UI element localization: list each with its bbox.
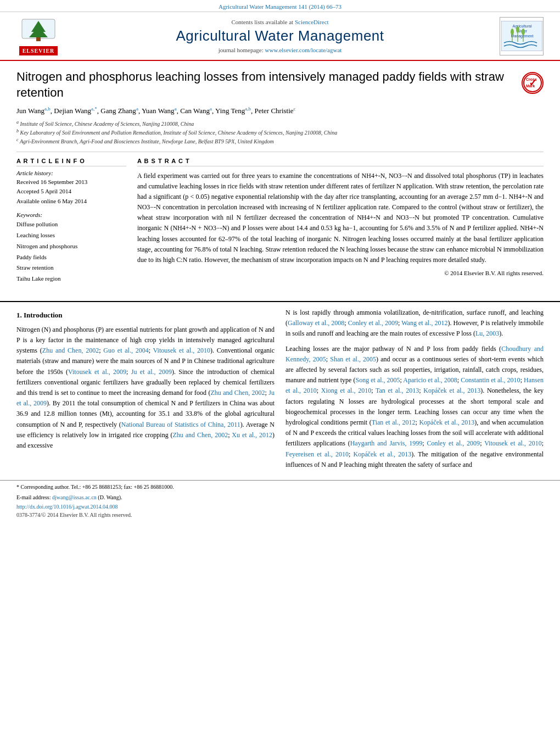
footer-issn: 0378-3774/© 2014 Elsevier B.V. All right… — [0, 511, 560, 519]
footnote-area: * Corresponding author. Tel.: +86 25 868… — [0, 480, 560, 501]
journal-citation: Agricultural Water Management 141 (2014)… — [219, 3, 341, 10]
ref-zhu-chen-2002[interactable]: Zhu and Chen, 2002 — [42, 347, 99, 354]
email-footnote: E-mail address: djwang@issas.ac.cn (D. W… — [16, 493, 544, 501]
corresponding-email[interactable]: djwang@issas.ac.cn — [52, 494, 97, 500]
elsevier-logo-area: ELSEVIER — [11, 16, 66, 55]
ref-zhu-chen-rice[interactable]: Zhu and Chen, 2002 — [173, 431, 228, 439]
available-date: Available online 6 May 2014 — [16, 197, 126, 207]
article-info-col: A R T I C L E I N F O Article history: R… — [16, 158, 126, 291]
elsevier-tree-icon — [19, 16, 58, 44]
sciencedirect-link[interactable]: ScienceDirect — [295, 19, 329, 25]
affiliations: a Institute of Soil Science, Chinese Aca… — [16, 119, 544, 146]
elsevier-wordmark: ELSEVIER — [19, 46, 58, 55]
ref-ju-2009a[interactable]: Ju et al., 2009 — [131, 368, 172, 376]
body-col-right: N is lost rapidly through ammonia volati… — [285, 308, 544, 475]
keywords-list: Diffuse pollution Leaching losses Nitrog… — [16, 219, 126, 284]
keyword-5: Straw retention — [16, 263, 126, 274]
abstract-col: A B S T R A C T A field experiment was c… — [137, 158, 544, 291]
ref-vitousek-2009[interactable]: Vitousek et al., 2009 — [68, 368, 126, 376]
body-col-left: 1. Introduction Nitrogen (N) and phospho… — [16, 308, 275, 475]
journal-header: ELSEVIER Contents lists available at Sci… — [0, 12, 560, 61]
affiliation-c: c Agri-Environment Branch, Agri-Food and… — [16, 137, 544, 146]
keyword-6: Taihu Lake region — [16, 274, 126, 284]
affiliation-a: a Institute of Soil Science, Chinese Aca… — [16, 119, 544, 128]
homepage-label: journal homepage: — [219, 47, 265, 53]
keyword-1: Diffuse pollution — [16, 219, 126, 230]
ref-aparicio-2008[interactable]: Aparicio et al., 2008 — [403, 376, 457, 384]
article-content: Nitrogen and phosphorus leaching losses … — [0, 61, 560, 295]
ref-xiong-2010[interactable]: Xiong et al., 2010 — [321, 387, 371, 394]
keyword-2: Leaching losses — [16, 230, 126, 241]
keyword-4: Paddy fields — [16, 252, 126, 263]
ref-lu-2003[interactable]: Lu, 2003 — [475, 330, 499, 337]
crossmark-logo[interactable]: ✓ Cross Mark — [522, 72, 544, 94]
ref-tan-2013[interactable]: Tan et al., 2013 — [376, 387, 419, 394]
svg-text:Management: Management — [511, 34, 533, 38]
journal-citation-header: Agricultural Water Management 141 (2014)… — [0, 0, 560, 12]
journal-homepage-line: journal homepage: www.elsevier.com/locat… — [66, 47, 494, 53]
ref-feyereisen-2010[interactable]: Feyereisen et al., 2010 — [285, 450, 349, 458]
keyword-3: Nitrogen and phosphorus — [16, 241, 126, 252]
ref-vitousek-2010b[interactable]: Vitousek et al., 2010 — [484, 439, 542, 447]
abstract-text: A field experiment was carried out for t… — [137, 171, 544, 266]
email-name: (D. Wang). — [98, 494, 122, 500]
ref-zhu-chen-food[interactable]: Zhu and Chen, 2002 — [210, 389, 265, 397]
body-columns: 1. Introduction Nitrogen (N) and phospho… — [0, 301, 560, 475]
crossmark-icon: ✓ Cross Mark — [522, 72, 544, 94]
ref-national-bureau[interactable]: National Bureau of Statistics of China, … — [121, 421, 240, 428]
intro-para-1: Nitrogen (N) and phosphorus (P) are esse… — [16, 325, 275, 451]
article-history-section: Article history: Received 16 September 2… — [16, 170, 126, 207]
svg-point-13 — [522, 29, 525, 35]
ref-constantin-2010[interactable]: Constantin et al., 2010 — [461, 376, 520, 384]
abstract-copyright: © 2014 Elsevier B.V. All rights reserved… — [137, 270, 544, 276]
abstract-title: A B S T R A C T — [137, 158, 544, 166]
section-1-title: 1. Introduction — [16, 310, 275, 321]
ref-galloway-2008[interactable]: Galloway et al., 2008 — [288, 319, 344, 327]
accepted-date: Accepted 5 April 2014 — [16, 187, 126, 197]
ref-tian-2012[interactable]: Tian et al., 2012 — [372, 419, 416, 426]
article-title: Nitrogen and phosphorus leaching losses … — [16, 69, 513, 101]
history-label: Article history: — [16, 170, 126, 176]
affiliation-b: b Key Laboratory of Soil Environment and… — [16, 128, 544, 137]
svg-point-11 — [516, 26, 519, 33]
ref-xu-2012[interactable]: Xu et al., 2012 — [232, 431, 272, 439]
svg-text:Cross: Cross — [526, 77, 537, 81]
journal-center-header: Contents lists available at ScienceDirec… — [66, 19, 494, 53]
journal-title: Agricultural Water Management — [66, 27, 494, 44]
svg-text:Agricultural: Agricultural — [512, 24, 531, 29]
ref-haygarth-1999[interactable]: Haygarth and Jarvis, 1999 — [350, 439, 423, 447]
article-title-section: Nitrogen and phosphorus leaching losses … — [16, 69, 544, 101]
ref-vitousek-2010[interactable]: Vitousek et al., 2010 — [153, 347, 210, 354]
intro-para-2: N is lost rapidly through ammonia volati… — [285, 308, 544, 339]
contents-available-line: Contents lists available at ScienceDirec… — [66, 19, 494, 25]
ref-conley-2009a[interactable]: Conley et al., 2009 — [348, 319, 398, 327]
ref-shan-2005[interactable]: Shan et al., 2005 — [330, 355, 376, 363]
ref-wang-2012[interactable]: Wang et al., 2012 — [401, 319, 447, 327]
doi-line: http://dx.doi.org/10.1016/j.agwat.2014.0… — [0, 501, 560, 511]
ref-guo-2004[interactable]: Guo et al., 2004 — [103, 347, 148, 354]
awm-logo-box: Agricultural Water Management — [500, 17, 544, 55]
keywords-section: Keywords: Diffuse pollution Leaching los… — [16, 211, 126, 284]
corresponding-footnote: * Corresponding author. Tel.: +86 25 868… — [16, 483, 544, 491]
email-label: E-mail address: — [16, 494, 52, 500]
ref-kopacek-2013c[interactable]: Kopáček et al., 2013 — [354, 450, 412, 458]
doi-link[interactable]: http://dx.doi.org/10.1016/j.agwat.2014.0… — [16, 504, 118, 510]
article-info-title: A R T I C L E I N F O — [16, 158, 126, 166]
awm-logo-area: Agricultural Water Management — [494, 17, 549, 55]
svg-text:Mark: Mark — [526, 84, 535, 88]
ref-conley-2009b[interactable]: Conley et al., 2009 — [427, 439, 480, 447]
corresponding-author-note: * Corresponding author. Tel.: +86 25 868… — [16, 484, 174, 490]
received-date: Received 16 September 2013 — [16, 177, 126, 187]
awm-journal-icon: Agricultural Water Management — [501, 21, 542, 51]
keywords-label: Keywords: — [16, 211, 126, 218]
ref-kopacek-2013a[interactable]: Kopáček et al., 2013 — [423, 387, 480, 394]
intro-para-3: Leaching losses are the major pathway of… — [285, 344, 544, 470]
journal-homepage-link[interactable]: www.elsevier.com/locate/agwat — [265, 47, 342, 53]
ref-song-2005[interactable]: Song et al., 2005 — [355, 376, 400, 384]
article-info-abstract: A R T I C L E I N F O Article history: R… — [16, 152, 544, 291]
contents-label: Contents lists available at — [231, 19, 294, 25]
svg-point-9 — [511, 29, 514, 35]
ref-choudhury-2005[interactable]: Choudhury and Kennedy, 2005 — [285, 345, 544, 363]
ref-kopacek-2013b[interactable]: Kopáček et al., 2013 — [419, 419, 474, 426]
svg-rect-3 — [36, 37, 41, 41]
